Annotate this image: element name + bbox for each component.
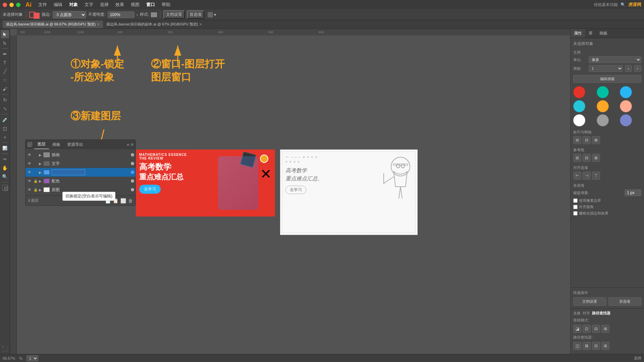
tool-gradient[interactable]: ◫: [1, 124, 9, 132]
stroke-options[interactable]: 3 点圆形: [53, 11, 86, 18]
tool-scissors[interactable]: ✂: [1, 155, 9, 163]
layer-row-text[interactable]: 👁 🔒 ▶ 文字: [25, 159, 136, 168]
layer-expand-text[interactable]: ▶: [39, 162, 43, 166]
menu-select[interactable]: 选择: [97, 1, 111, 8]
unit-select[interactable]: 像素: [589, 56, 641, 63]
menu-edit[interactable]: 编辑: [51, 1, 65, 8]
tool-graph[interactable]: 📊: [1, 144, 9, 152]
swatch-peach[interactable]: [620, 100, 632, 112]
maximize-button[interactable]: [16, 3, 20, 7]
panel-icon[interactable]: [27, 141, 33, 147]
prev-artboard-btn[interactable]: ‹: [625, 65, 632, 72]
style-preview[interactable]: [151, 12, 157, 17]
tab-artboards[interactable]: 画板: [49, 140, 64, 149]
next-artboard-btn[interactable]: ›: [634, 65, 641, 72]
canvas-area[interactable]: 300 1200 1100 100 200 400 500 600 ①对象-锁定…: [10, 29, 570, 354]
menu-file[interactable]: 文件: [36, 1, 50, 8]
workspace-label[interactable]: 传统基本功能: [594, 2, 618, 8]
tool-color-mode[interactable]: ⬛: [1, 345, 9, 353]
layer-expand-paise[interactable]: ▶: [39, 179, 43, 183]
menu-object[interactable]: 对象: [66, 1, 80, 8]
shape-mode-btn-1[interactable]: ◪: [573, 325, 581, 333]
swatch-purple[interactable]: [620, 114, 632, 126]
tool-select[interactable]: [1, 30, 9, 38]
layer-row-paise[interactable]: 👁 🔒 ▶ 配色: [25, 177, 136, 185]
layer-expand-orig[interactable]: ▶: [39, 188, 43, 192]
tool-zoom[interactable]: 🔍: [1, 173, 9, 181]
tab-artboard[interactable]: 画板: [596, 29, 611, 38]
fill-indicator[interactable]: [2, 185, 8, 190]
tool-hand[interactable]: ✋: [1, 164, 9, 172]
layer-lock-editing[interactable]: 🔒: [33, 171, 38, 174]
artboard-selector[interactable]: 1: [26, 355, 38, 361]
layer-expand-chua[interactable]: ▶: [39, 153, 43, 157]
guide-btn-3[interactable]: ⊠: [592, 154, 600, 162]
tool-blend[interactable]: ⟡: [1, 133, 9, 141]
tool-scale[interactable]: ⤡: [1, 105, 9, 113]
swatch-red[interactable]: [573, 86, 585, 98]
move-to-layer-btn[interactable]: ⬜: [120, 198, 126, 203]
swatch-blue[interactable]: [620, 86, 632, 98]
tool-pen[interactable]: ✒: [1, 50, 9, 58]
layer-lock-text[interactable]: 🔒: [33, 162, 38, 166]
panel-collapse[interactable]: «: [127, 142, 129, 147]
tab-pathfinder[interactable]: 路径查找器: [592, 311, 610, 316]
menu-type[interactable]: 文字: [82, 1, 96, 8]
view-option-1[interactable]: [208, 12, 213, 17]
tool-rect[interactable]: □: [1, 76, 9, 84]
preferences-btn[interactable]: 首选项: [187, 10, 204, 19]
tab-properties[interactable]: 属性: [571, 29, 585, 38]
pathfinder-btn-4[interactable]: ⊞: [601, 342, 609, 350]
tab-transform[interactable]: 支换: [573, 311, 581, 316]
swatch-teal[interactable]: [597, 86, 609, 98]
align-right-btn[interactable]: ⊤: [592, 172, 600, 180]
view-dropdown-arrow[interactable]: ▾: [214, 12, 216, 17]
shape-mode-btn-4[interactable]: ⊞: [601, 325, 609, 333]
artboard-select[interactable]: 1: [589, 65, 623, 72]
tab-2-close[interactable]: ✕: [199, 22, 202, 26]
quick-doc-settings-btn[interactable]: 文档设置: [573, 297, 606, 306]
close-button[interactable]: [3, 3, 7, 7]
delete-layer-btn[interactable]: 🗑: [128, 198, 133, 203]
tab-assets[interactable]: 资源导出: [64, 140, 87, 149]
zoom-level[interactable]: 66.67%: [3, 356, 15, 360]
opacity-input[interactable]: 100%: [108, 11, 135, 18]
menu-effect[interactable]: 效果: [113, 1, 127, 8]
layer-row-chua[interactable]: 👁 🔒 ▶ 插画: [25, 150, 136, 159]
ruler-btn-3[interactable]: ⊠: [592, 136, 600, 144]
ruler-btn-1[interactable]: ⊞: [573, 136, 581, 144]
layer-eye-chua[interactable]: 👁: [27, 153, 32, 157]
banner-cta[interactable]: 去学习: [139, 185, 161, 194]
tab-library[interactable]: 库: [585, 29, 596, 38]
menu-view[interactable]: 视图: [128, 1, 142, 8]
edit-artboard-btn[interactable]: 编辑画板: [573, 75, 641, 83]
guide-btn-2[interactable]: ⊟: [583, 154, 591, 162]
menu-help[interactable]: 帮助: [159, 1, 173, 8]
tab-1[interactable]: 插边风-banner演示精稿.ai @ 66.67% (RGB/GPU 预览) …: [3, 20, 103, 28]
pathfinder-btn-2[interactable]: ⊠: [583, 342, 591, 350]
layer-eye-orig[interactable]: 👁: [27, 187, 32, 192]
tool-rotate[interactable]: ↻: [1, 96, 9, 104]
tool-line[interactable]: ╱: [1, 67, 9, 75]
swatch-white[interactable]: [573, 114, 585, 126]
layer-name-input-editing[interactable]: [52, 169, 85, 175]
panel-menu[interactable]: ≡: [131, 142, 133, 147]
layer-expand-editing[interactable]: ▶: [39, 171, 43, 174]
pathfinder-btn-1[interactable]: ◫: [573, 342, 581, 350]
keyboard-increment-input[interactable]: 1 px: [625, 189, 641, 196]
search-icon[interactable]: 🔍: [621, 2, 626, 7]
shape-mode-btn-2[interactable]: ⊡: [583, 325, 591, 333]
layer-lock-paise[interactable]: 🔒: [33, 179, 38, 183]
swatch-gray[interactable]: [597, 114, 609, 126]
doc-settings-btn[interactable]: 文档设置: [163, 10, 185, 19]
snap-pixel-checkbox[interactable]: [573, 198, 578, 203]
ruler-btn-2[interactable]: ⊟: [583, 136, 591, 144]
tab-layers[interactable]: 图层: [34, 140, 49, 149]
tool-text[interactable]: T: [1, 59, 9, 67]
tab-2[interactable]: 插边风-banner演示稿的副本.ai @ 67% [RGB/GPU 预览] ✕: [103, 20, 205, 28]
tab-align[interactable]: 对齐: [583, 311, 590, 316]
tool-eyedropper[interactable]: 💉: [1, 116, 9, 124]
layer-eye-paise[interactable]: 👁: [27, 179, 32, 183]
tool-brush[interactable]: 🖌: [1, 85, 9, 93]
rasterize-checkbox[interactable]: [573, 211, 578, 216]
